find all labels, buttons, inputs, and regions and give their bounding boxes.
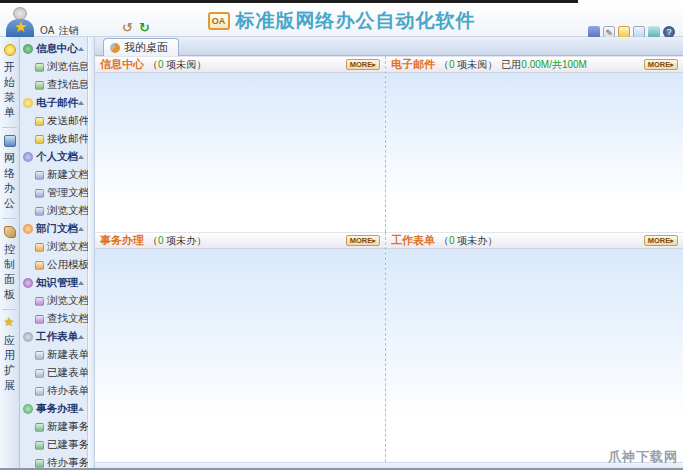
panel-header: 事务办理 （0 项未办） MORE▸ xyxy=(95,232,385,249)
mail-icon xyxy=(23,98,33,108)
section-label: 信息中心 xyxy=(36,42,78,56)
sidebar-item-kb-browse-doc[interactable]: 浏览文档 xyxy=(20,292,87,310)
form-new-icon xyxy=(35,351,44,360)
sidebar-item-new-form[interactable]: 新建表单 xyxy=(20,346,87,364)
section-label: 知识管理 xyxy=(36,276,78,290)
more-button[interactable]: MORE▸ xyxy=(346,235,380,246)
sidebar-item-browse-info[interactable]: 浏览信息 xyxy=(20,58,87,76)
rail-item-control-panel[interactable]: 控制面板 xyxy=(0,219,19,302)
folder-icon xyxy=(23,224,33,234)
section-label: 个人文档 xyxy=(36,150,78,164)
usage-value: 0.00M/共100M xyxy=(521,59,587,70)
pen-icon xyxy=(23,152,33,162)
template-icon xyxy=(35,261,44,270)
book-icon xyxy=(23,278,33,288)
panel-body xyxy=(386,249,683,462)
rail-item-network-office[interactable]: 网络办公 xyxy=(0,128,19,211)
sidebar-item-created-task[interactable]: 已建事务 xyxy=(20,436,87,454)
desktop-grid: 信息中心 （0 项未阅） MORE▸ 电子邮件 （0 项未阅） 已用0.00M/… xyxy=(95,56,683,462)
collapse-icon xyxy=(78,101,84,105)
panel-count: （0 项未阅） xyxy=(439,58,497,72)
unread-count: 0 xyxy=(449,59,455,70)
star-icon xyxy=(4,317,16,329)
watermark: 爪神下载网 xyxy=(608,448,678,466)
rail-item-app-extensions[interactable]: 应用扩展 xyxy=(0,310,19,393)
panel-body xyxy=(386,73,683,232)
panel-info-center: 信息中心 （0 项未阅） MORE▸ xyxy=(95,56,385,232)
rail-label: 应用扩展 xyxy=(3,333,16,393)
sidebar-section-email[interactable]: 电子邮件 xyxy=(20,94,87,112)
doc-icon xyxy=(35,297,44,306)
panel-email: 电子邮件 （0 项未阅） 已用0.00M/共100M MORE▸ xyxy=(385,56,683,232)
more-button[interactable]: MORE▸ xyxy=(644,59,678,70)
rail-label: 控制面板 xyxy=(3,242,16,302)
sidebar-item-pending-form[interactable]: 待办表单 xyxy=(20,382,87,400)
panel-title: 信息中心 xyxy=(100,57,144,72)
sidebar-item-new-doc[interactable]: 新建文档 xyxy=(20,166,87,184)
globe-icon xyxy=(23,44,33,54)
sidebar-item-created-form[interactable]: 已建表单 xyxy=(20,364,87,382)
mailbox-usage: 已用0.00M/共100M xyxy=(501,58,587,72)
panel-count: （0 项未办） xyxy=(148,234,206,248)
collapse-icon xyxy=(78,335,84,339)
sidebar-item-receive-mail[interactable]: 接收邮件 xyxy=(20,130,87,148)
sidebar-item-public-template[interactable]: 公用模板 xyxy=(20,256,87,274)
header: ★ OA注销 ↺ ↻ OA 标准版网络办公自动化软件 ✎ ? xyxy=(0,3,683,37)
brand: OA 标准版网络办公自动化软件 xyxy=(0,8,683,34)
more-button[interactable]: MORE▸ xyxy=(346,59,380,70)
task-icon xyxy=(23,404,33,414)
rail-item-start-menu[interactable]: 开始菜单 xyxy=(0,37,19,120)
panel-work-forms: 工作表单 （0 项未办） MORE▸ xyxy=(385,232,683,462)
form-icon xyxy=(23,332,33,342)
sidebar-item-new-task[interactable]: 新建事务 xyxy=(20,418,87,436)
sidebar-section-tasks[interactable]: 事务办理 xyxy=(20,400,87,418)
sidebar-section-personal-docs[interactable]: 个人文档 xyxy=(20,148,87,166)
pending-count: 0 xyxy=(449,235,455,246)
lightbulb-icon xyxy=(4,44,16,56)
unread-count: 0 xyxy=(158,59,164,70)
sidebar-item-send-mail[interactable]: 发送邮件 xyxy=(20,112,87,130)
network-icon xyxy=(4,135,16,147)
sidebar-splitter[interactable] xyxy=(88,37,95,470)
panel-body xyxy=(95,73,385,232)
sidebar-section-knowledge[interactable]: 知识管理 xyxy=(20,274,87,292)
oa-logo-icon: OA xyxy=(208,12,230,30)
sidebar-item-dept-browse-doc[interactable]: 浏览文档 xyxy=(20,238,87,256)
mail-send-icon xyxy=(35,117,44,126)
panel-body xyxy=(95,249,385,462)
sidebar: 信息中心 浏览信息 查找信息 电子邮件 发送邮件 xyxy=(20,37,88,470)
sidebar-section-info-center[interactable]: 信息中心 xyxy=(20,40,87,58)
rail-label: 开始菜单 xyxy=(3,60,16,120)
panel-title: 工作表单 xyxy=(391,233,435,248)
app-title: 标准版网络办公自动化软件 xyxy=(236,8,476,34)
sidebar-section-work-forms[interactable]: 工作表单 xyxy=(20,328,87,346)
sidebar-item-browse-doc[interactable]: 浏览文档 xyxy=(20,202,87,220)
tab-my-desktop[interactable]: 我的桌面 xyxy=(103,38,179,56)
sidebar-item-kb-search-doc[interactable]: 查找文档 xyxy=(20,310,87,328)
section-label: 电子邮件 xyxy=(36,96,78,110)
task-created-icon xyxy=(35,441,44,450)
tab-label: 我的桌面 xyxy=(124,40,168,55)
app-window: ★ OA注销 ↺ ↻ OA 标准版网络办公自动化软件 ✎ ? 开始菜单 xyxy=(0,0,683,470)
collapse-icon xyxy=(78,227,84,231)
collapse-icon xyxy=(78,281,84,285)
panel-header: 电子邮件 （0 项未阅） 已用0.00M/共100M MORE▸ xyxy=(386,56,683,73)
more-button[interactable]: MORE▸ xyxy=(644,235,678,246)
panel-tasks: 事务办理 （0 项未办） MORE▸ xyxy=(95,232,385,462)
section-label: 工作表单 xyxy=(36,330,78,344)
sidebar-section-dept-docs[interactable]: 部门文档 xyxy=(20,220,87,238)
sidebar-item-manage-doc[interactable]: 管理文档 xyxy=(20,184,87,202)
collapse-icon xyxy=(78,407,84,411)
doc-icon xyxy=(35,189,44,198)
collapse-icon xyxy=(78,155,84,159)
task-new-icon xyxy=(35,423,44,432)
panel-count: （0 项未阅） xyxy=(148,58,206,72)
doc-icon xyxy=(35,243,44,252)
doc-icon xyxy=(35,207,44,216)
desktop-icon xyxy=(110,43,120,53)
mail-receive-icon xyxy=(35,135,44,144)
section-label: 部门文档 xyxy=(36,222,78,236)
sidebar-item-search-info[interactable]: 查找信息 xyxy=(20,76,87,94)
control-panel-icon xyxy=(4,226,16,238)
panel-title: 电子邮件 xyxy=(391,57,435,72)
